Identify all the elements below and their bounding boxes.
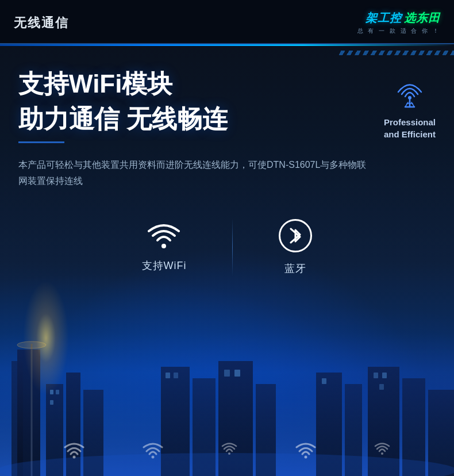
accent-line-top <box>0 44 454 46</box>
svg-point-37 <box>151 456 154 459</box>
features-section: 支持WiFi 蓝牙 <box>18 207 436 287</box>
bottom-wifi-4 <box>295 442 316 459</box>
headline-right: Professional and Efficient <box>384 69 436 140</box>
logo-area: 架工控 选东田 总 有 一 款 适 合 你 ！ <box>357 10 440 35</box>
wifi-label: 支持WiFi <box>142 259 187 272</box>
headline-line1: 支持WiFi模块 <box>18 69 384 99</box>
svg-point-38 <box>228 452 230 455</box>
svg-rect-27 <box>166 373 170 378</box>
description-text: 本产品可轻松与其他装置共用资料而进阶无线连线能力，可使DTN-S1607L与多种… <box>18 157 375 190</box>
svg-point-36 <box>72 456 75 459</box>
svg-point-39 <box>305 456 307 459</box>
svg-rect-30 <box>234 370 240 377</box>
headline-section: 支持WiFi模块 助力通信 无线畅连 <box>18 69 436 143</box>
svg-rect-32 <box>374 373 378 378</box>
bluetooth-icon <box>287 225 303 246</box>
broadcast-tower-icon <box>393 75 427 109</box>
professional-line2: and Efficient <box>384 128 436 140</box>
feature-bluetooth: 蓝牙 <box>233 219 358 275</box>
main-content: 支持WiFi模块 助力通信 无线畅连 <box>0 46 454 299</box>
bottom-wifi-1 <box>64 442 84 459</box>
description-section: 本产品可轻松与其他装置共用资料而进阶无线连线能力，可使DTN-S1607L与多种… <box>18 157 436 190</box>
professional-line1: Professional <box>384 116 436 128</box>
accent-underline <box>18 141 64 143</box>
bottom-wifi-5 <box>374 442 390 455</box>
svg-point-40 <box>381 452 383 455</box>
svg-rect-25 <box>56 390 59 394</box>
svg-rect-31 <box>322 378 326 384</box>
page-title: 无线通信 <box>14 14 69 32</box>
svg-point-23 <box>17 341 46 348</box>
professional-text: Professional and Efficient <box>384 116 436 140</box>
svg-rect-29 <box>224 370 230 377</box>
svg-rect-9 <box>11 361 23 476</box>
svg-point-6 <box>161 244 166 248</box>
wifi-icon <box>148 222 180 249</box>
bluetooth-icon-circle <box>279 219 312 252</box>
svg-rect-26 <box>50 400 53 405</box>
headline-left: 支持WiFi模块 助力通信 无线畅连 <box>18 69 384 143</box>
logo-brand2: 选东田 <box>404 10 440 26</box>
bottom-wifi-2 <box>143 442 163 459</box>
bottom-wifi-icons <box>0 442 454 459</box>
bluetooth-label: 蓝牙 <box>284 262 306 275</box>
logo-slogan: 总 有 一 款 适 合 你 ！ <box>357 27 440 35</box>
svg-rect-24 <box>50 390 53 394</box>
svg-rect-34 <box>379 384 384 390</box>
header: 无线通信 架工控 选东田 总 有 一 款 适 合 你 ！ <box>0 0 454 44</box>
svg-rect-28 <box>174 373 178 378</box>
svg-rect-33 <box>382 373 387 378</box>
page-wrapper: 无线通信 架工控 选东田 总 有 一 款 适 合 你 ！ 支持WiFi模块 助力… <box>0 0 454 476</box>
bottom-wifi-3 <box>221 442 237 455</box>
headline-line2: 助力通信 无线畅连 <box>18 104 384 135</box>
logo-brand1: 架工控 <box>365 10 402 26</box>
feature-wifi: 支持WiFi <box>96 222 233 272</box>
logo-text: 架工控 选东田 <box>365 10 440 26</box>
